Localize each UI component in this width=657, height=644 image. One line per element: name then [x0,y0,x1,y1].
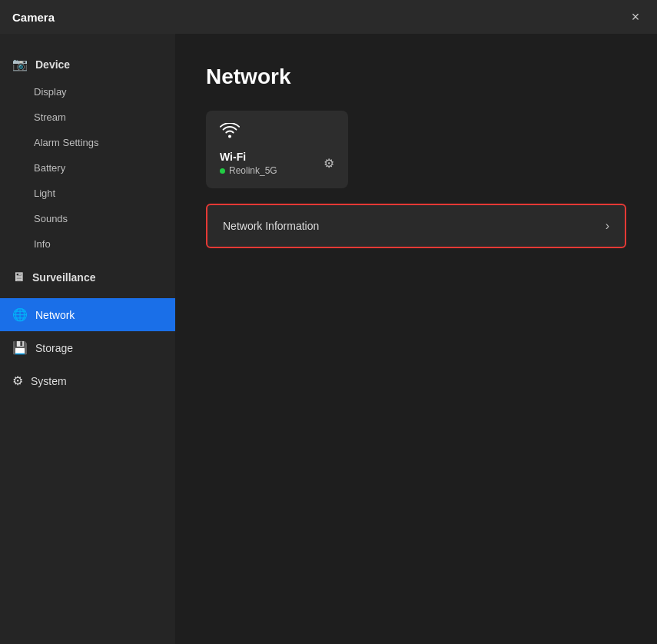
sidebar: 📷 Device Display Stream Alarm Settings B… [0,34,175,644]
storage-icon: 💾 [12,340,28,355]
network-information-row[interactable]: Network Information › [206,204,626,248]
page-title: Network [206,65,626,89]
wifi-icon [220,123,240,142]
titlebar: Camera × [0,0,657,34]
wifi-label: Wi-Fi [220,151,277,163]
sidebar-item-battery[interactable]: Battery [0,155,175,181]
wifi-settings-icon[interactable]: ⚙ [324,156,334,171]
wifi-info: Wi-Fi Reolink_5G [220,151,277,176]
wifi-card-bottom: Wi-Fi Reolink_5G ⚙ [220,151,334,176]
main-content: 📷 Device Display Stream Alarm Settings B… [0,34,657,644]
sidebar-section-label-surveillance: Surveillance [32,271,96,284]
close-button[interactable]: × [626,8,645,26]
wifi-icon-row [220,123,334,143]
sidebar-item-sounds[interactable]: Sounds [0,206,175,231]
sidebar-item-display[interactable]: Display [0,79,175,105]
sidebar-section-device: 📷 Device Display Stream Alarm Settings B… [0,49,175,257]
wifi-network-name: Reolink_5G [229,165,277,176]
monitor-icon: 🖥 [12,271,25,284]
sidebar-item-storage[interactable]: 💾 Storage [0,331,175,364]
sidebar-item-stream[interactable]: Stream [0,105,175,130]
sidebar-item-network[interactable]: 🌐 Network [0,298,175,331]
sidebar-nav-label-network: Network [35,309,75,321]
network-info-label: Network Information [223,220,319,232]
sidebar-item-alarm-settings[interactable]: Alarm Settings [0,130,175,155]
content-area: Network Wi-Fi [175,34,657,644]
sidebar-section-label-device: Device [35,58,70,71]
window-title: Camera [12,11,55,24]
window: Camera × 📷 Device Display Stream Alarm S… [0,0,657,644]
globe-icon: 🌐 [12,307,28,322]
wifi-card: Wi-Fi Reolink_5G ⚙ [206,111,348,188]
sidebar-section-surveillance: 🖥 Surveillance [0,263,175,292]
sidebar-item-system[interactable]: ⚙ System [0,364,175,397]
sidebar-item-info[interactable]: Info [0,231,175,257]
camera-icon: 📷 [12,57,28,71]
wifi-connected-dot [220,168,225,174]
wifi-network-status: Reolink_5G [220,165,277,176]
sidebar-section-header-surveillance: 🖥 Surveillance [0,263,175,292]
sidebar-section-header-device: 📷 Device [0,49,175,79]
sidebar-item-light[interactable]: Light [0,181,175,206]
gear-nav-icon: ⚙ [12,373,23,388]
sidebar-nav-label-storage: Storage [35,342,73,354]
chevron-right-icon: › [606,219,609,233]
sidebar-nav-label-system: System [31,375,67,387]
